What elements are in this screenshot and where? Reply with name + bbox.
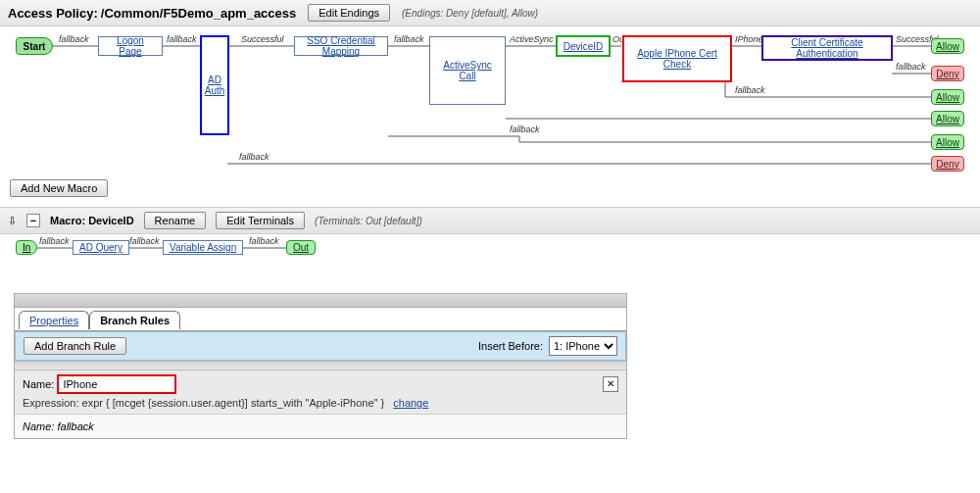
- start-node[interactable]: Start: [16, 37, 53, 55]
- rule-name-input[interactable]: [58, 375, 175, 393]
- branch-label-fallback: fallback: [896, 62, 926, 72]
- branch-rule-row: Name: ✕ Expression: expr { [mcget {sessi…: [15, 370, 626, 415]
- tab-properties[interactable]: Properties: [19, 311, 89, 329]
- branch-label-fallback: fallback: [735, 85, 765, 95]
- branch-label-fallback: fallback: [239, 152, 270, 162]
- insert-before-label: Insert Before:: [478, 340, 543, 352]
- expression-value: expr { [mcget {session.user.agent}] star…: [82, 397, 385, 409]
- ending-deny[interactable]: Deny: [931, 156, 964, 172]
- ending-allow[interactable]: Allow: [931, 111, 964, 126]
- expression-label: Expression:: [23, 397, 78, 409]
- branch-label-successful: Successful: [241, 34, 284, 44]
- macro-flow-diagram: In fallback AD Query fallback Variable A…: [0, 234, 980, 273]
- branch-rules-panel: Properties Branch Rules Add Branch Rule …: [14, 293, 627, 439]
- branch-label-activesync: ActiveSync: [510, 34, 554, 44]
- iphone-cert-check-node[interactable]: Apple IPhone Cert Check: [623, 36, 731, 81]
- panel-divider: [15, 361, 626, 370]
- change-expression-link[interactable]: change: [393, 397, 428, 409]
- policy-path: /Common/F5Demo_apm_access: [101, 6, 296, 21]
- branch-label-fallback: fallback: [510, 124, 540, 134]
- delete-rule-button[interactable]: ✕: [603, 376, 618, 392]
- activesync-call-node[interactable]: ActiveSync Call: [429, 36, 506, 105]
- edit-terminals-button[interactable]: Edit Terminals: [216, 212, 305, 229]
- macro-header: ⇩ − Macro: DeviceID Rename Edit Terminal…: [0, 207, 980, 234]
- policy-flow-diagram: Start fallback Logon Page fallback AD Au…: [0, 26, 980, 173]
- logon-page-node[interactable]: Logon Page: [98, 36, 163, 56]
- branch-label-iphone: IPhone: [735, 34, 763, 44]
- add-new-macro-button[interactable]: Add New Macro: [10, 179, 108, 197]
- client-cert-auth-node[interactable]: Client Certificate Authentication: [762, 36, 892, 60]
- branch-label-fallback: fallback: [39, 236, 70, 246]
- panel-titlebar: [15, 294, 626, 308]
- add-branch-rule-button[interactable]: Add Branch Rule: [24, 337, 126, 355]
- macro-terminals-note: (Terminals: Out [default]): [315, 216, 422, 226]
- branch-label-fallback: fallback: [129, 236, 160, 246]
- macro-arrow-icon: ⇩: [8, 215, 17, 227]
- branch-label-fallback: fallback: [249, 236, 279, 246]
- macro-title-prefix: Macro:: [50, 215, 85, 226]
- tab-branch-rules[interactable]: Branch Rules: [89, 311, 180, 329]
- macro-in-node[interactable]: In: [16, 240, 37, 255]
- variable-assign-node[interactable]: Variable Assign: [163, 240, 243, 255]
- fallback-rule-row: Name: fallback: [15, 415, 626, 438]
- rename-button[interactable]: Rename: [144, 212, 207, 229]
- ad-auth-node[interactable]: AD Auth: [201, 36, 228, 134]
- branch-label-fallback: fallback: [59, 34, 89, 44]
- macro-out-node[interactable]: Out: [286, 240, 316, 255]
- macro-title-name: DeviceID: [88, 215, 133, 226]
- endings-note: (Endings: Deny [default], Allow): [402, 8, 538, 19]
- ending-allow[interactable]: Allow: [931, 38, 964, 54]
- ending-allow[interactable]: Allow: [931, 134, 964, 150]
- macro-collapse-toggle[interactable]: −: [26, 214, 40, 227]
- branch-label-fallback: fallback: [167, 34, 197, 44]
- branch-label-fallback: fallback: [394, 34, 424, 44]
- sso-credential-mapping-node[interactable]: SSO Credential Mapping: [294, 36, 388, 56]
- policy-title-prefix: Access Policy:: [8, 6, 98, 21]
- ad-query-node[interactable]: AD Query: [73, 240, 129, 255]
- deviceid-node[interactable]: DeviceID: [557, 36, 610, 56]
- name-label: Name:: [23, 378, 54, 390]
- edit-endings-button[interactable]: Edit Endings: [308, 4, 390, 22]
- ending-allow[interactable]: Allow: [931, 89, 964, 105]
- insert-before-select[interactable]: 1: IPhone: [549, 336, 617, 356]
- access-policy-header: Access Policy: /Common/F5Demo_apm_access…: [0, 0, 980, 26]
- ending-deny[interactable]: Deny: [931, 66, 964, 81]
